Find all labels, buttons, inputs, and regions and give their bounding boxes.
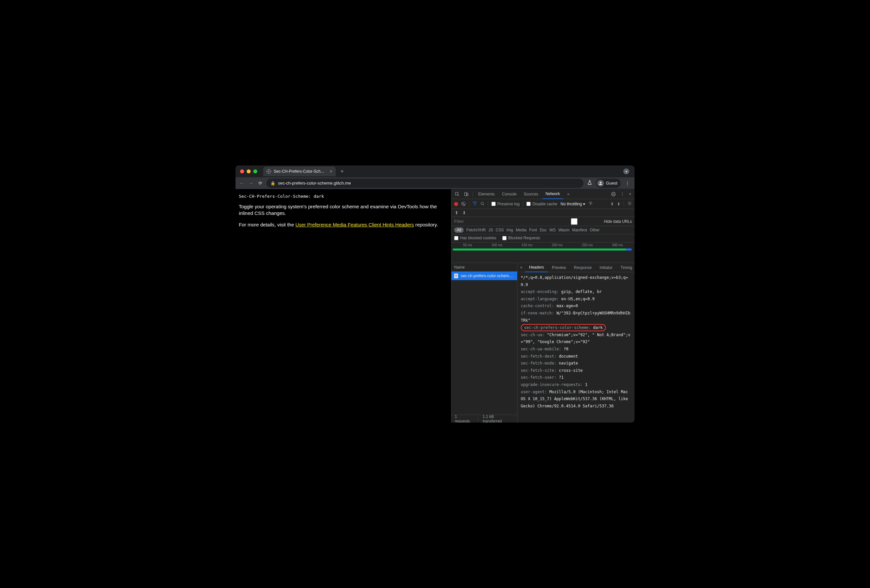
detail-tab-response[interactable]: Response — [570, 263, 596, 272]
devtools-close-button[interactable]: × — [627, 189, 633, 199]
header-row: sec-ch-prefers-color-scheme: dark — [521, 324, 631, 331]
import-export-row: ⬆ ⬇ — [451, 209, 635, 217]
upload-icon[interactable]: ⬆ — [611, 202, 614, 206]
headers-pane[interactable]: */*;q=0.8,application/signed-exchange;v=… — [517, 272, 635, 423]
header-row: sec-fetch-mode: navigate — [521, 360, 631, 367]
network-settings-icon[interactable] — [627, 201, 632, 206]
network-split: Name sec-ch-prefers-color-scheme… 1 requ… — [451, 263, 635, 423]
divider — [624, 201, 624, 206]
minimize-window-button[interactable] — [247, 169, 251, 173]
divider — [488, 201, 488, 206]
type-filter-manifest[interactable]: Manifest — [572, 228, 587, 232]
para2-suffix: repository. — [414, 222, 438, 227]
page-paragraph-2: For more details, visit the User Prefere… — [239, 221, 448, 228]
header-row: sec-ch-ua: "Chromium";v="92", " Not A;Br… — [521, 331, 631, 346]
svg-point-4 — [481, 202, 484, 205]
disable-cache-checkbox[interactable]: Disable cache — [526, 202, 557, 206]
blocked-cookies-checkbox[interactable]: Has blocked cookies — [454, 236, 496, 240]
clear-button[interactable] — [461, 202, 466, 206]
filter-toggle-icon[interactable] — [472, 201, 477, 206]
timeline-tick: 100 ms — [492, 243, 502, 247]
header-row: accept-language: en-US,en;q=0.9 — [521, 295, 631, 303]
request-list: Name sec-ch-prefers-color-scheme… 1 requ… — [451, 263, 517, 423]
zoom-window-button[interactable] — [253, 169, 257, 173]
waterfall-timeline[interactable]: 50 ms100 ms150 ms200 ms250 ms300 ms — [451, 243, 635, 263]
browser-tab[interactable]: Sec-CH-Prefers-Color-Scheme × — [263, 166, 336, 176]
type-filter-media[interactable]: Media — [516, 228, 527, 232]
detail-tab-headers[interactable]: Headers — [525, 263, 548, 272]
preserve-log-label: Preserve log — [498, 202, 520, 206]
throttling-select[interactable]: No throttling ▾ — [561, 202, 585, 206]
timeline-bar-finish — [626, 248, 631, 251]
address-bar[interactable]: 🔒 sec-ch-prefers-color-scheme.glitch.me — [267, 179, 583, 188]
blocked-requests-checkbox[interactable]: Blocked Requests — [502, 236, 540, 240]
profile-chip[interactable]: Guest — [596, 179, 621, 188]
close-detail-button[interactable]: × — [517, 265, 525, 270]
labs-icon[interactable] — [587, 180, 593, 186]
header-row: upgrade-insecure-requests: 1 — [521, 382, 631, 389]
type-filter-doc[interactable]: Doc — [539, 228, 547, 232]
request-rows: sec-ch-prefers-color-scheme… — [451, 272, 517, 415]
hide-data-urls-checkbox[interactable]: Hide data URLs — [546, 218, 632, 225]
divider — [469, 201, 469, 206]
new-tab-button[interactable]: + — [340, 168, 344, 175]
svg-point-5 — [590, 205, 591, 205]
tab-console[interactable]: Console — [499, 189, 520, 199]
tab-title: Sec-CH-Prefers-Color-Scheme — [274, 169, 326, 174]
type-filter-ws[interactable]: WS — [550, 228, 556, 232]
reload-button[interactable]: ⟳ — [257, 181, 263, 186]
detail-tab-initiator[interactable]: Initiator — [596, 263, 617, 272]
network-conditions-icon[interactable] — [588, 201, 593, 206]
filter-row: Hide data URLs — [451, 217, 635, 226]
export-har-icon[interactable]: ⬆ — [455, 210, 459, 215]
detail-tab-timing[interactable]: Timing — [617, 263, 635, 272]
type-filter-css[interactable]: CSS — [496, 228, 504, 232]
import-har-icon[interactable]: ⬇ — [462, 210, 466, 215]
timeline-tick: 200 ms — [552, 243, 563, 247]
network-statusbar: 1 requests 1.1 kB transferred — [451, 415, 517, 423]
tab-search-button[interactable]: ▾ — [623, 168, 629, 174]
tab-network[interactable]: Network — [542, 189, 563, 199]
status-transferred: 1.1 kB transferred — [483, 414, 514, 423]
tab-more[interactable]: » — [564, 189, 573, 199]
chrome-menu-button[interactable]: ⋮ — [624, 181, 631, 186]
inspect-element-button[interactable] — [453, 189, 461, 199]
type-filters: AllFetch/XHRJSCSSImgMediaFontDocWSWasmMa… — [451, 226, 635, 235]
preserve-log-checkbox[interactable]: Preserve log — [492, 202, 520, 206]
type-filter-all[interactable]: All — [454, 227, 464, 233]
back-button[interactable]: ← — [239, 181, 245, 186]
type-filter-js[interactable]: JS — [489, 228, 493, 232]
hide-data-urls-label: Hide data URLs — [604, 219, 632, 224]
type-filter-font[interactable]: Font — [529, 228, 537, 232]
client-hints-link[interactable]: User Preference Media Features Client Hi… — [295, 222, 414, 227]
type-filter-fetchxhr[interactable]: Fetch/XHR — [466, 228, 486, 232]
header-row: sec-fetch-dest: document — [521, 353, 631, 360]
record-button[interactable] — [454, 202, 458, 206]
devtools-settings-button[interactable] — [609, 189, 618, 199]
extra-filters: Has blocked cookies Blocked Requests — [451, 235, 635, 243]
type-filter-img[interactable]: Img — [507, 228, 513, 232]
tab-elements[interactable]: Elements — [475, 189, 498, 199]
page-header-line: Sec-CH-Prefers-Color-Scheme: dark — [239, 194, 448, 199]
download-icon[interactable]: ⬇ — [617, 202, 620, 206]
detail-tab-preview[interactable]: Preview — [548, 263, 570, 272]
devtools-tabs: Elements Console Sources Network » ⋮ × — [451, 189, 635, 199]
request-row[interactable]: sec-ch-prefers-color-scheme… — [451, 272, 517, 280]
page-viewport[interactable]: Sec-CH-Prefers-Color-Scheme: dark Toggle… — [235, 189, 451, 423]
column-name[interactable]: Name — [451, 263, 517, 272]
tab-strip: Sec-CH-Prefers-Color-Scheme × + ▾ — [235, 165, 635, 177]
browser-window: Sec-CH-Prefers-Color-Scheme × + ▾ ← → ⟳ … — [235, 165, 635, 423]
search-icon[interactable] — [480, 201, 484, 206]
close-tab-button[interactable]: × — [330, 169, 332, 174]
forward-button[interactable]: → — [248, 181, 254, 186]
close-window-button[interactable] — [240, 169, 244, 173]
device-toolbar-button[interactable] — [462, 189, 471, 199]
filter-input[interactable] — [451, 218, 512, 225]
tab-sources[interactable]: Sources — [520, 189, 542, 199]
timeline-bars — [453, 248, 633, 251]
type-filter-wasm[interactable]: Wasm — [558, 228, 569, 232]
devtools-menu-button[interactable]: ⋮ — [618, 189, 626, 199]
svg-point-6 — [629, 203, 630, 204]
type-filter-other[interactable]: Other — [590, 228, 600, 232]
throttling-label: No throttling — [561, 202, 582, 206]
